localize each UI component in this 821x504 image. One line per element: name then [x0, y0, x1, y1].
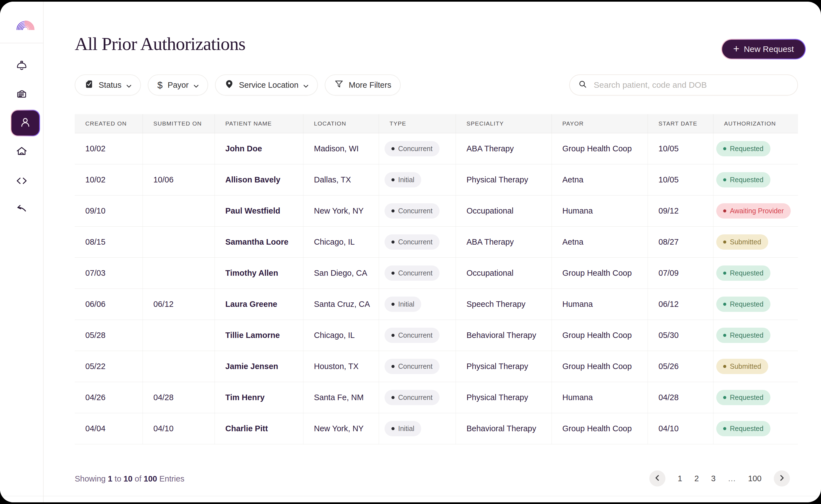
- badge-dot: [391, 427, 394, 430]
- page-2[interactable]: 2: [694, 474, 699, 483]
- showing-entries: Showing1to10of100Entries: [75, 474, 187, 483]
- type-badge: Concurrent: [384, 328, 440, 343]
- status-check-icon: [84, 79, 94, 91]
- status-filter-label: Status: [99, 81, 121, 90]
- cell-created-on: 07/03: [75, 258, 143, 289]
- table-row[interactable]: 05/22Jamie JensenHouston, TXConcurrentPh…: [75, 351, 798, 382]
- badge-dot: [391, 147, 394, 150]
- sidebar-item-patients[interactable]: [11, 110, 40, 136]
- pagination: 1 2 3 … 100: [649, 470, 790, 487]
- table-row[interactable]: 08/15Samantha LooreChicago, ILConcurrent…: [75, 227, 798, 258]
- col-created-on: CREATED ON: [75, 114, 143, 133]
- cell-type: Initial: [379, 413, 456, 444]
- cell-payor: Humana: [552, 289, 648, 320]
- col-payor: PAYOR: [552, 114, 648, 133]
- dollar-icon: $: [157, 80, 162, 91]
- cell-submitted-on: 04/28: [143, 382, 215, 413]
- cell-created-on: 10/02: [75, 164, 143, 195]
- sidebar-item-notifications[interactable]: [0, 58, 43, 74]
- cell-payor: Aetna: [552, 164, 648, 195]
- badge-label: Awaiting Provider: [730, 207, 784, 215]
- cell-authorization: Requested: [714, 133, 798, 164]
- showing-to: 10: [124, 474, 132, 483]
- authorization-badge: Submitted: [716, 359, 768, 374]
- next-page-button[interactable]: [774, 470, 790, 487]
- table-row[interactable]: 04/0404/10Charlie PittNew York, NYInitia…: [75, 413, 798, 444]
- sidebar-item-patients-tile: [11, 111, 39, 136]
- page-1[interactable]: 1: [678, 474, 682, 483]
- clipboard-icon: [16, 88, 28, 100]
- cell-speciality: ABA Therapy: [456, 227, 552, 257]
- service-location-filter-button[interactable]: Service Location: [215, 74, 318, 96]
- cell-location: San Diego, CA: [303, 258, 379, 289]
- undo-arrow-icon: [15, 202, 28, 215]
- type-badge: Concurrent: [384, 390, 440, 405]
- type-badge: Concurrent: [384, 234, 440, 250]
- payor-filter-button[interactable]: $ Payor: [148, 74, 208, 96]
- cell-type: Concurrent: [379, 258, 456, 289]
- badge-label: Concurrent: [398, 238, 433, 246]
- search-input[interactable]: [593, 80, 789, 90]
- badge-label: Concurrent: [398, 145, 433, 153]
- cell-location: Chicago, IL: [303, 320, 379, 351]
- table-row[interactable]: 09/10Paul WestfieldNew York, NYConcurren…: [75, 195, 798, 227]
- badge-label: Requested: [730, 145, 764, 153]
- showing-suffix: Entries: [159, 474, 184, 483]
- sidebar-item-developer[interactable]: [0, 174, 43, 189]
- cell-created-on: 08/15: [75, 227, 143, 257]
- table-row[interactable]: 10/0210/06Allison BavelyDallas, TXInitia…: [75, 164, 798, 195]
- table-row[interactable]: 05/28Tillie LamorneChicago, ILConcurrent…: [75, 320, 798, 351]
- previous-page-button[interactable]: [649, 470, 665, 487]
- col-authorization: AUTHORIZATION: [714, 114, 798, 133]
- badge-label: Requested: [730, 425, 764, 433]
- sidebar-item-home[interactable]: [0, 144, 43, 159]
- sidebar-item-requests[interactable]: [0, 86, 43, 102]
- app-logo[interactable]: [15, 18, 35, 30]
- col-start-date: START DATE: [648, 114, 714, 133]
- cell-speciality: Speech Therapy: [456, 289, 552, 320]
- sidebar: [0, 2, 44, 502]
- cell-patient-name: Tim Henry: [215, 382, 303, 413]
- new-request-button[interactable]: + New Request: [721, 39, 806, 59]
- page-3[interactable]: 3: [711, 474, 715, 483]
- table-row[interactable]: 10/02John DoeMadison, WIConcurrentABA Th…: [75, 133, 798, 164]
- badge-dot: [391, 209, 394, 212]
- home-icon: [15, 145, 28, 158]
- cell-submitted-on: [143, 351, 215, 382]
- cell-location: Santa Fe, NM: [303, 382, 379, 413]
- sidebar-divider: [0, 43, 43, 43]
- badge-label: Submitted: [730, 238, 761, 246]
- badge-dot: [723, 365, 726, 368]
- authorization-badge: Requested: [716, 297, 770, 312]
- more-filters-button[interactable]: More Filters: [325, 74, 400, 96]
- chevron-down-icon: [194, 81, 199, 90]
- cell-created-on: 04/26: [75, 382, 143, 413]
- cell-start-date: 08/27: [648, 227, 714, 257]
- badge-dot: [391, 178, 394, 181]
- table-row[interactable]: 07/03Timothy AllenSan Diego, CAConcurren…: [75, 258, 798, 289]
- cell-payor: Humana: [552, 195, 648, 226]
- chevron-right-icon: [779, 475, 785, 482]
- cell-location: Dallas, TX: [303, 164, 379, 195]
- cell-location: Chicago, IL: [303, 227, 379, 257]
- table-row[interactable]: 06/0606/12Laura GreeneSanta Cruz, CAInit…: [75, 289, 798, 320]
- cell-start-date: 04/28: [648, 382, 714, 413]
- status-filter-button[interactable]: Status: [75, 74, 141, 96]
- cell-authorization: Requested: [714, 289, 798, 320]
- cell-patient-name: Tillie Lamorne: [215, 320, 303, 351]
- badge-dot: [391, 365, 394, 368]
- cell-created-on: 06/06: [75, 289, 143, 320]
- cell-speciality: Physical Therapy: [456, 351, 552, 382]
- type-badge: Concurrent: [384, 265, 440, 281]
- code-icon: [15, 175, 28, 188]
- cell-payor: Group Health Coop: [552, 320, 648, 351]
- badge-dot: [391, 303, 394, 306]
- cell-type: Concurrent: [379, 351, 456, 382]
- showing-to-word: to: [114, 474, 121, 483]
- cell-payor: Group Health Coop: [552, 133, 648, 164]
- table-row[interactable]: 04/2604/28Tim HenrySanta Fe, NMConcurren…: [75, 382, 798, 413]
- authorization-badge: Requested: [716, 390, 770, 405]
- cell-type: Concurrent: [379, 227, 456, 257]
- page-100[interactable]: 100: [748, 474, 762, 483]
- sidebar-item-back[interactable]: [0, 201, 43, 217]
